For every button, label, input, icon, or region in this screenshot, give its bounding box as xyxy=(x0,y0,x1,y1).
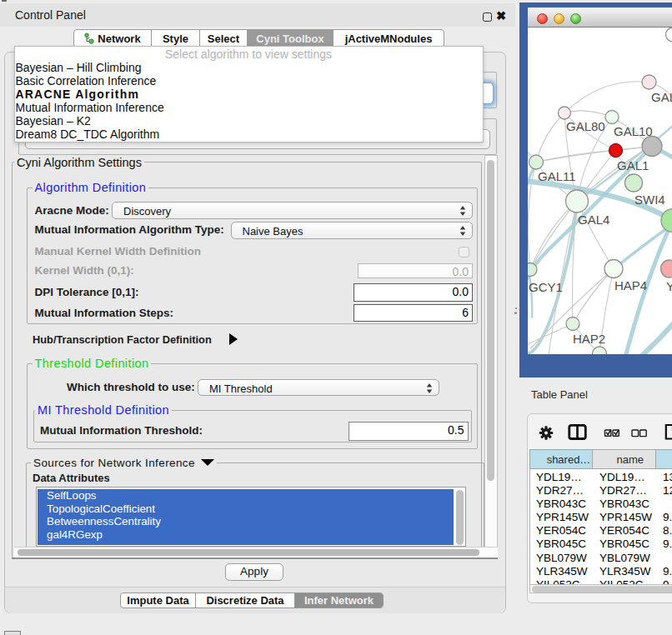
svg-text:GCY1: GCY1 xyxy=(529,279,563,293)
svg-text:GAL2: GAL2 xyxy=(651,89,672,103)
svg-text:GAL80: GAL80 xyxy=(566,118,605,132)
svg-text:GAL10: GAL10 xyxy=(614,123,653,138)
svg-text:Y: Y xyxy=(666,278,672,292)
svg-text:GAL1: GAL1 xyxy=(617,158,649,172)
svg-text:GAL11: GAL11 xyxy=(538,168,576,182)
svg-text:HAP4: HAP4 xyxy=(614,278,647,292)
svg-text:HAP2: HAP2 xyxy=(573,331,605,345)
svg-text:SWI4: SWI4 xyxy=(634,192,665,206)
svg-text:GAL4: GAL4 xyxy=(578,212,609,226)
